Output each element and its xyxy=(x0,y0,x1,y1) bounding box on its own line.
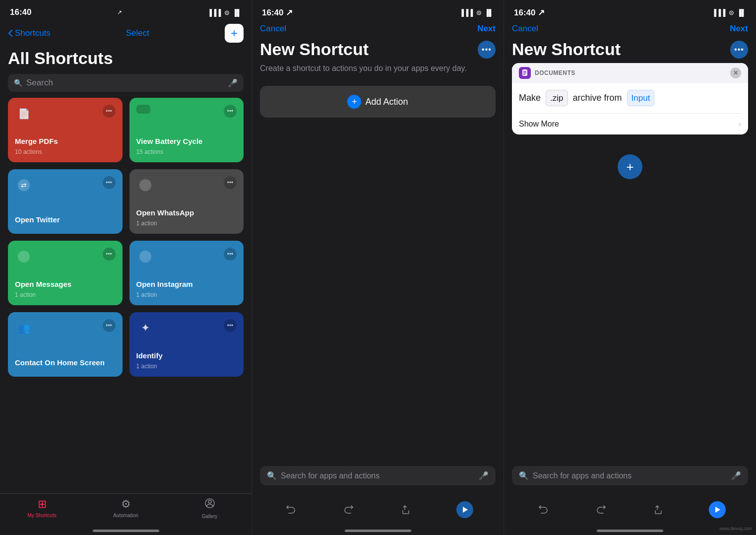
add-shortcut-button[interactable]: + xyxy=(225,24,244,43)
battery-icon-card xyxy=(136,105,150,114)
action-card-close-button[interactable]: ✕ xyxy=(730,67,741,78)
shortcut-card-whatsapp[interactable]: ••• Open WhatsApp 1 action xyxy=(129,169,244,234)
bottom-toolbar-2 xyxy=(252,501,504,518)
shortcut-more-btn-7[interactable]: ••• xyxy=(103,319,116,332)
shortcut-options-button-3[interactable]: ••• xyxy=(730,41,748,59)
add-action-plus-icon: + xyxy=(347,95,361,109)
shortcut-actions-6: 1 action xyxy=(136,291,237,298)
add-action-label: Add Action xyxy=(365,97,408,107)
automation-icon: ⚙ xyxy=(121,498,131,511)
bottom-search-placeholder-2: Search for apps and actions xyxy=(281,471,475,480)
bottom-search-3[interactable]: 🔍 Search for apps and actions 🎤 xyxy=(512,466,748,485)
tab-bar-1: ⊞ My Shortcuts ⚙ Automation Gallery xyxy=(0,493,252,535)
search-placeholder-1: Search xyxy=(26,78,224,88)
svg-rect-9 xyxy=(523,72,526,73)
next-button-3[interactable]: Next xyxy=(730,24,748,34)
action-text-archive: archive from xyxy=(573,93,622,103)
battery-icon-2: ▐▌ xyxy=(485,9,494,16)
action-tag-input[interactable]: Input xyxy=(627,90,655,106)
nav-bar-1: Shortcuts Select + xyxy=(0,22,252,47)
page-title-3: New Shortcut xyxy=(512,40,621,59)
svg-text:⇄: ⇄ xyxy=(21,181,27,189)
shortcut-more-btn-6[interactable]: ••• xyxy=(224,248,237,261)
undo-button-3[interactable] xyxy=(535,501,552,518)
play-button-2[interactable] xyxy=(456,501,473,518)
shortcut-card-header: 📄 ••• xyxy=(15,105,116,123)
shortcut-card-contact[interactable]: 👥 ••• Contact On Home Screen xyxy=(8,312,123,377)
shortcut-card-header-5: ••• xyxy=(15,248,116,266)
redo-button-2[interactable] xyxy=(340,501,357,518)
mic-icon-3[interactable]: 🎤 xyxy=(731,471,741,480)
back-button-1[interactable]: Shortcuts xyxy=(8,28,51,38)
action-tag-zip[interactable]: .zip xyxy=(546,90,567,106)
shortcut-card-header-4: ••• xyxy=(136,176,237,194)
nav-bar-3: Cancel Next xyxy=(504,22,756,38)
shortcut-card-merge-pdfs[interactable]: 📄 ••• Merge PDFs 10 actions xyxy=(8,98,123,162)
shortcut-more-btn-8[interactable]: ••• xyxy=(224,319,237,332)
twitter-icon: ⇄ xyxy=(15,176,33,194)
share-button-3[interactable] xyxy=(651,501,668,518)
shortcut-actions-2: 15 actions xyxy=(136,148,237,155)
shortcut-actions-1: 10 actions xyxy=(15,148,116,155)
battery-icon-3: ▐▌ xyxy=(737,9,746,16)
identify-icon: ✦ xyxy=(136,319,154,337)
shortcut-card-messages[interactable]: ••• Open Messages 1 action xyxy=(8,241,123,305)
show-more-row[interactable]: Show More › xyxy=(512,114,748,134)
shortcut-more-btn-3[interactable]: ••• xyxy=(103,176,116,189)
shortcut-card-battery[interactable]: ••• View Battery Cycle 15 actions xyxy=(129,98,244,162)
instagram-icon xyxy=(136,248,154,266)
play-button-3[interactable] xyxy=(709,501,726,518)
tab-automation[interactable]: ⚙ Automation xyxy=(111,498,141,518)
shortcut-name-3: Open Twitter xyxy=(15,215,116,224)
shortcut-card-header-3: ⇄ ••• xyxy=(15,176,116,194)
search-icon-3: 🔍 xyxy=(519,471,529,480)
status-time-1: 16:40 xyxy=(10,7,31,17)
home-indicator-1 xyxy=(93,530,159,532)
shortcut-card-header-2: ••• xyxy=(136,105,237,118)
home-indicator-2 xyxy=(345,530,411,532)
shortcut-more-btn-4[interactable]: ••• xyxy=(224,176,237,189)
select-button-1[interactable]: Select xyxy=(126,28,149,38)
shortcut-card-twitter[interactable]: ⇄ ••• Open Twitter xyxy=(8,169,123,234)
mic-icon-1[interactable]: 🎤 xyxy=(228,78,238,88)
status-icons-2: ▐▐▐ ⊜ ▐▌ xyxy=(459,9,494,16)
search-icon-2: 🔍 xyxy=(267,471,277,480)
undo-button-2[interactable] xyxy=(282,501,299,518)
status-bar-1: 16:40 ↗ ▐▐▐ ⊜ ▐▌ xyxy=(0,0,252,22)
cancel-button-2[interactable]: Cancel xyxy=(260,24,286,34)
tab-my-shortcuts[interactable]: ⊞ My Shortcuts xyxy=(27,498,57,518)
status-time-2: 16:40 ↗ xyxy=(262,7,293,18)
shortcut-card-instagram[interactable]: ••• Open Instagram 1 action xyxy=(129,241,244,305)
svg-point-6 xyxy=(208,500,211,503)
whatsapp-icon xyxy=(136,176,154,194)
shortcut-more-btn-5[interactable]: ••• xyxy=(103,248,116,261)
cancel-button-3[interactable]: Cancel xyxy=(512,24,538,34)
shortcut-options-button[interactable]: ••• xyxy=(478,41,496,59)
chevron-right-icon: › xyxy=(739,120,741,129)
bottom-toolbar-3 xyxy=(504,501,756,518)
add-action-circle-button[interactable]: + xyxy=(618,154,642,179)
shortcut-more-btn-2[interactable]: ••• xyxy=(224,105,237,118)
contact-icon: 👥 xyxy=(15,319,33,337)
show-more-label: Show More xyxy=(519,120,559,129)
search-bar-1[interactable]: 🔍 Search 🎤 xyxy=(8,74,244,92)
shortcut-more-btn-1[interactable]: ••• xyxy=(103,105,116,118)
bottom-search-placeholder-3: Search for apps and actions xyxy=(533,471,727,480)
documents-label: DOCUMENTS xyxy=(535,69,575,76)
merge-pdfs-icon: 📄 xyxy=(15,105,33,123)
options-dots-icon: ••• xyxy=(482,45,492,54)
mic-icon-2[interactable]: 🎤 xyxy=(479,471,489,480)
shortcut-name-2: View Battery Cycle xyxy=(136,137,237,145)
add-action-button[interactable]: + Add Action xyxy=(260,86,496,118)
home-indicator-3 xyxy=(597,530,663,532)
status-icons-3: ▐▐▐ ⊜ ▐▌ xyxy=(712,9,746,16)
tab-gallery-label: Gallery xyxy=(202,514,218,519)
share-button-2[interactable] xyxy=(398,501,415,518)
next-button-2[interactable]: Next xyxy=(477,24,496,34)
redo-button-3[interactable] xyxy=(593,501,610,518)
bottom-search-2[interactable]: 🔍 Search for apps and actions 🎤 xyxy=(260,466,496,485)
shortcut-card-identify[interactable]: ✦ ••• Identify 1 action xyxy=(129,312,244,377)
options-dots-icon-3: ••• xyxy=(734,45,744,54)
status-time-3: 16:40 ↗ xyxy=(514,7,545,18)
tab-gallery[interactable]: Gallery xyxy=(195,498,225,519)
